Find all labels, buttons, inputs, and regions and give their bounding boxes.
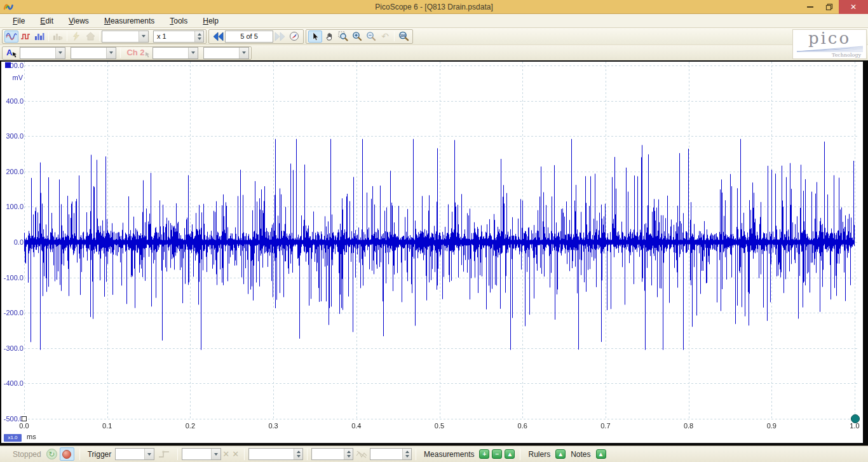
zoom-100-icon: 100 (398, 31, 409, 41)
x-tick-label: 0.0 (13, 422, 35, 430)
channel-a-button[interactable]: A (4, 48, 20, 58)
view-buttons-group: x 1 (2, 29, 207, 44)
channel-2-label: Ch 2 (126, 48, 144, 57)
y-tick-label: -100.0 (1, 274, 24, 282)
chevron-down-icon (139, 31, 148, 42)
rising-edge-icon[interactable]: ✕ (222, 449, 229, 459)
x-tick-label: 0.7 (595, 422, 616, 430)
channel-2-coupling-combo[interactable] (203, 47, 249, 59)
histogram-view-icon (53, 32, 63, 41)
waveform-canvas[interactable] (1, 62, 863, 443)
trigger-channel-combo[interactable] (182, 448, 221, 460)
channel-a-coupling-combo[interactable] (71, 47, 116, 59)
buffer-overview-button[interactable] (287, 31, 301, 43)
channel-2-range-combo[interactable] (153, 47, 198, 59)
home-button[interactable] (83, 31, 97, 43)
trigger-edge-icon[interactable] (158, 449, 170, 459)
channel-a-drag-icon (12, 51, 18, 58)
rulers-label: Rulers (528, 450, 550, 459)
menu-item-tools[interactable]: Tools (162, 15, 195, 27)
y-tick-label: -200.0 (1, 309, 24, 316)
y-tick-label: -400.0 (1, 379, 24, 387)
pico-technology-logo: pico Technology (792, 29, 867, 59)
trigger-label: Trigger (88, 450, 112, 459)
remove-measurement-button[interactable]: − (492, 449, 502, 459)
zoom-out-tool[interactable] (364, 31, 378, 43)
zoom-100-button[interactable]: 100 (397, 31, 410, 43)
hand-tool[interactable] (322, 31, 336, 43)
channel-a-label: A (6, 48, 12, 57)
axis-origin-handle[interactable] (22, 416, 27, 421)
pretrigger-spinner[interactable] (311, 448, 353, 460)
x-tick-label: 0.8 (678, 422, 700, 430)
zoom-in-tool[interactable] (350, 31, 364, 43)
scope-view-button[interactable] (4, 31, 18, 43)
persistence-view-icon (20, 32, 31, 41)
channel-a-range-combo[interactable] (20, 47, 65, 59)
channels-toolbar: A Ch 2 (0, 45, 868, 60)
scope-view: 500.0400.0300.0200.0100.00.0-100.0-200.0… (0, 60, 868, 445)
channel-2-button[interactable]: Ch 2 (125, 48, 152, 58)
next-buffer-button[interactable] (273, 31, 287, 43)
undo-zoom-button[interactable]: ↶ (378, 31, 392, 43)
persistence-view-button[interactable] (18, 31, 32, 43)
marquee-zoom-icon (338, 31, 348, 41)
collapse-measurements-button[interactable]: ▲ (505, 449, 515, 459)
start-capture-button[interactable]: ↻ (46, 449, 57, 459)
trigger-marker-dot[interactable] (851, 414, 860, 423)
channels-group: A Ch 2 (2, 46, 252, 60)
zoom-out-icon (366, 31, 376, 41)
trigger-delay-spinner[interactable] (370, 448, 412, 460)
chevron-down-icon (239, 48, 248, 58)
add-measurement-button[interactable]: + (479, 449, 489, 459)
restore-button[interactable] (820, 0, 839, 14)
x-axis-multiplier-badge[interactable]: x1.0 (4, 434, 22, 442)
chevron-down-icon (211, 449, 220, 459)
notes-button[interactable]: ▲ (596, 449, 606, 459)
x-tick-label: 0.6 (512, 422, 533, 430)
home-icon (86, 32, 95, 41)
trigger-level-spinner[interactable] (248, 448, 303, 460)
trigger-delay-icon[interactable] (356, 450, 367, 459)
close-button[interactable]: ✕ (839, 0, 868, 14)
view-layout-combo[interactable] (102, 31, 149, 43)
plot-surface: 500.0400.0300.0200.0100.00.0-100.0-200.0… (1, 62, 863, 443)
stop-capture-button[interactable] (60, 447, 74, 461)
y-tick-label: 0.0 (1, 238, 24, 246)
menu-item-file[interactable]: File (5, 15, 32, 27)
menu-item-help[interactable]: Help (195, 15, 226, 27)
chevron-down-icon (144, 449, 154, 459)
normal-selection-tool[interactable] (308, 31, 322, 43)
status-bar: Stopped ↻ Trigger ✕ ✕ (0, 445, 868, 462)
marquee-zoom-tool[interactable] (336, 31, 350, 43)
rulers-button[interactable]: ▲ (555, 449, 566, 459)
minimize-button[interactable] (801, 0, 820, 14)
channel-a-axis-marker[interactable] (5, 62, 11, 68)
trigger-mode-combo[interactable] (115, 448, 154, 460)
zoom-factor-spinner[interactable]: x 1 (153, 31, 204, 43)
menu-item-edit[interactable]: Edit (32, 15, 61, 27)
falling-edge-icon[interactable]: ✕ (232, 449, 239, 459)
scope-view-icon (6, 32, 17, 41)
spectrum-view-button[interactable] (32, 31, 46, 43)
compass-icon (289, 31, 299, 41)
title-bar: PicoScope 6 - [Q813 Drain.psdata] ✕ (0, 0, 868, 14)
previous-buffer-button[interactable] (211, 31, 225, 43)
picoscope-window: PicoScope 6 - [Q813 Drain.psdata] ✕ File… (0, 0, 868, 462)
logo-sub-text: Technology (832, 52, 861, 58)
buffer-position-field[interactable]: 5 of 5 (225, 31, 273, 43)
notes-label: Notes (571, 450, 590, 459)
auto-setup-button[interactable] (69, 31, 83, 43)
menu-item-measurements[interactable]: Measurements (97, 15, 162, 27)
logo-fan-lines (797, 46, 863, 52)
stop-icon (62, 450, 71, 459)
chevron-down-icon (106, 48, 116, 58)
histogram-view-button[interactable] (51, 31, 65, 43)
y-tick-label: 100.0 (1, 203, 24, 210)
x-tick-label: 0.3 (262, 422, 284, 430)
y-tick-label: 400.0 (1, 97, 24, 105)
next-buffer-icon (275, 32, 286, 41)
chevron-down-icon (188, 48, 198, 58)
menu-item-views[interactable]: Views (61, 15, 97, 27)
chevron-down-icon (55, 48, 65, 58)
